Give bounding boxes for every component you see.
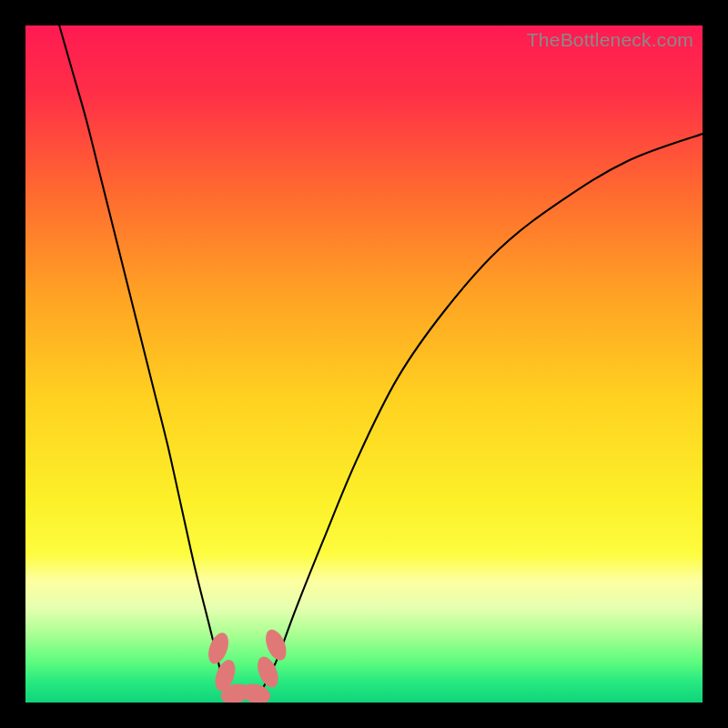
curve-layer bbox=[25, 25, 703, 703]
plot-area: TheBottleneck.com bbox=[25, 25, 703, 703]
watermark-text: TheBottleneck.com bbox=[527, 29, 693, 51]
marker-group bbox=[205, 627, 290, 703]
bottleneck-curve bbox=[59, 25, 703, 696]
chart-frame: TheBottleneck.com bbox=[0, 0, 728, 728]
